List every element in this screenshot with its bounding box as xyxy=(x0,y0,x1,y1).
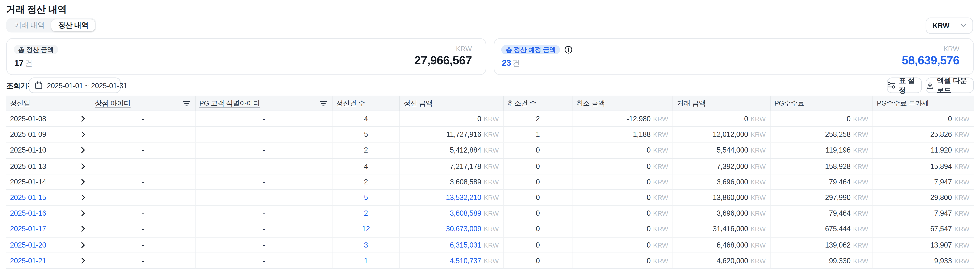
cell-store-id: - xyxy=(91,159,195,173)
table-row[interactable]: 2025-01-10--25,412,884KRW00KRW5,544,000K… xyxy=(6,143,974,159)
cell-pg-customer-id: - xyxy=(195,159,332,173)
table-row[interactable]: 2025-01-16--23,608,589KRW00KRW3,696,000K… xyxy=(6,206,974,221)
filter-icon[interactable] xyxy=(183,100,190,106)
filter-icon[interactable] xyxy=(320,100,327,106)
table-row[interactable]: 2025-01-15--513,532,210KRW00KRW13,860,00… xyxy=(6,190,974,206)
date-range-value: 2025-01-01 ~ 2025-01-31 xyxy=(47,82,127,89)
table-settings-label: 표 설정 xyxy=(899,76,921,95)
cell-cancel-amount: 0KRW xyxy=(572,174,672,189)
cell-date[interactable]: 2025-01-13 xyxy=(6,159,91,173)
currency-suffix: KRW xyxy=(853,257,868,264)
cell-pg-fee: 0KRW xyxy=(770,111,872,126)
currency-suffix: KRW xyxy=(484,210,499,217)
currency-suffix: KRW xyxy=(853,225,868,233)
table-row[interactable]: 2025-01-13--47,217,178KRW00KRW7,392,000K… xyxy=(6,159,974,174)
currency-suffix: KRW xyxy=(954,225,969,233)
cell-value: 0 xyxy=(536,241,540,248)
currency-suffix: KRW xyxy=(751,210,765,217)
tab-settlement-history[interactable]: 정산 내역 xyxy=(51,19,95,31)
expected-count-unit: 건 xyxy=(512,59,520,67)
chevron-right-icon[interactable] xyxy=(81,179,85,185)
cell-transaction-amount: 12,012,000KRW xyxy=(673,127,770,142)
cell-pg-customer-id: - xyxy=(195,206,332,221)
tab-transaction-history[interactable]: 거래 내역 xyxy=(8,19,51,31)
settlement-table: 정산일상점 아이디PG 고객 식별아이디정산건 수정산 금액취소건 수취소 금액… xyxy=(6,95,974,269)
currency-label: KRW xyxy=(456,45,472,52)
cell-value: 0 xyxy=(536,257,540,264)
cell-pg-fee-vat: 9,933KRW xyxy=(872,253,974,268)
settlement-date-value: 2025-01-14 xyxy=(10,178,46,186)
cell-pg-customer-id: - xyxy=(195,253,332,268)
table-row[interactable]: 2025-01-17--1230,673,009KRW00KRW31,416,0… xyxy=(6,221,974,237)
table-row[interactable]: 2025-01-20--36,315,031KRW00KRW6,468,000K… xyxy=(6,237,974,253)
chevron-right-icon[interactable] xyxy=(81,210,85,216)
table-row[interactable]: 2025-01-09--511,727,916KRW1-1,188KRW12,0… xyxy=(6,127,974,143)
settlement-date-value: 2025-01-21 xyxy=(10,257,46,264)
cell-value: 5 xyxy=(364,194,368,201)
amount-value: 119,196 xyxy=(826,146,851,154)
amount-value: 675,444 xyxy=(825,225,851,233)
excel-download-button[interactable]: 엑셀 다운로드 xyxy=(926,78,974,93)
amount-value: 3,608,589 xyxy=(450,178,481,186)
cell-date[interactable]: 2025-01-10 xyxy=(6,143,91,158)
table-settings-button[interactable]: 표 설정 xyxy=(887,78,922,93)
amount-value: 0 xyxy=(647,178,651,186)
table-row[interactable]: 2025-01-14--23,608,589KRW00KRW3,696,000K… xyxy=(6,174,974,190)
amount-value: 79,464 xyxy=(829,210,851,217)
cell-date[interactable]: 2025-01-17 xyxy=(6,221,91,237)
column-header-cancel-amount: 취소 금액 xyxy=(572,96,672,111)
cell-pg-fee-vat: 15,894KRW xyxy=(872,159,974,173)
card-badge-total-settlement: 총 정산 금액 xyxy=(14,45,58,54)
settlement-count-summary: 17건 xyxy=(14,58,32,69)
chevron-right-icon[interactable] xyxy=(81,226,85,232)
currency-suffix: KRW xyxy=(653,178,668,186)
settlement-date-value: 2025-01-10 xyxy=(10,146,46,154)
column-header-store-id[interactable]: 상점 아이디 xyxy=(91,96,195,111)
cell-settlement-count: 2 xyxy=(332,174,399,189)
column-header-pg-customer-id[interactable]: PG 고객 식별아이디 xyxy=(195,96,332,111)
cell-date[interactable]: 2025-01-08 xyxy=(6,111,91,126)
cell-pg-customer-id: - xyxy=(195,237,332,252)
column-label: 상점 아이디 xyxy=(95,99,130,108)
column-label: 정산건 수 xyxy=(336,99,365,108)
amount-value: 139,062 xyxy=(825,241,851,248)
chevron-right-icon[interactable] xyxy=(81,116,85,122)
info-icon[interactable] xyxy=(565,46,573,54)
currency-select[interactable]: KRW xyxy=(926,18,973,34)
chevron-right-icon[interactable] xyxy=(81,131,85,138)
cell-value: - xyxy=(142,241,144,248)
currency-suffix: KRW xyxy=(653,194,668,201)
table-row[interactable]: 2025-01-08--40KRW2-12,980KRW0KRW0KRW0KRW xyxy=(6,111,974,127)
cell-date[interactable]: 2025-01-14 xyxy=(6,174,91,189)
amount-value: 0 xyxy=(647,162,651,170)
cell-pg-fee: 258,258KRW xyxy=(770,127,872,142)
cell-value: - xyxy=(142,146,144,154)
cell-date[interactable]: 2025-01-20 xyxy=(6,237,91,252)
cell-pg-customer-id: - xyxy=(195,174,332,189)
cell-date[interactable]: 2025-01-09 xyxy=(6,127,91,142)
amount-value: 3,696,000 xyxy=(717,178,748,186)
cell-date[interactable]: 2025-01-21 xyxy=(6,253,91,268)
cell-settlement-amount: 5,412,884KRW xyxy=(399,143,503,158)
currency-suffix: KRW xyxy=(484,146,499,154)
table-row[interactable]: 2025-01-21--14,510,737KRW00KRW4,620,000K… xyxy=(6,253,974,269)
cell-date[interactable]: 2025-01-16 xyxy=(6,206,91,221)
chevron-right-icon[interactable] xyxy=(81,147,85,153)
amount-value: 0 xyxy=(647,225,651,233)
date-range-picker[interactable]: 2025-01-01 ~ 2025-01-31 xyxy=(29,78,121,93)
chevron-right-icon[interactable] xyxy=(81,163,85,169)
cell-date[interactable]: 2025-01-15 xyxy=(6,190,91,205)
currency-suffix: KRW xyxy=(653,146,668,154)
cell-pg-fee: 79,464KRW xyxy=(770,174,872,189)
expected-settlement-card: 총 정산 예정 금액 23건 KRW 58,639,576 xyxy=(494,38,974,75)
chevron-right-icon[interactable] xyxy=(81,242,85,248)
chevron-right-icon[interactable] xyxy=(81,194,85,200)
cell-store-id: - xyxy=(91,237,195,252)
currency-suffix: KRW xyxy=(954,210,969,217)
column-label: PG 고객 식별아이디 xyxy=(199,99,260,108)
cell-value: 0 xyxy=(536,194,540,201)
cell-value: 12 xyxy=(362,225,370,233)
cell-pg-customer-id: - xyxy=(195,221,332,237)
chevron-right-icon[interactable] xyxy=(81,258,85,264)
cell-value: - xyxy=(262,178,265,186)
